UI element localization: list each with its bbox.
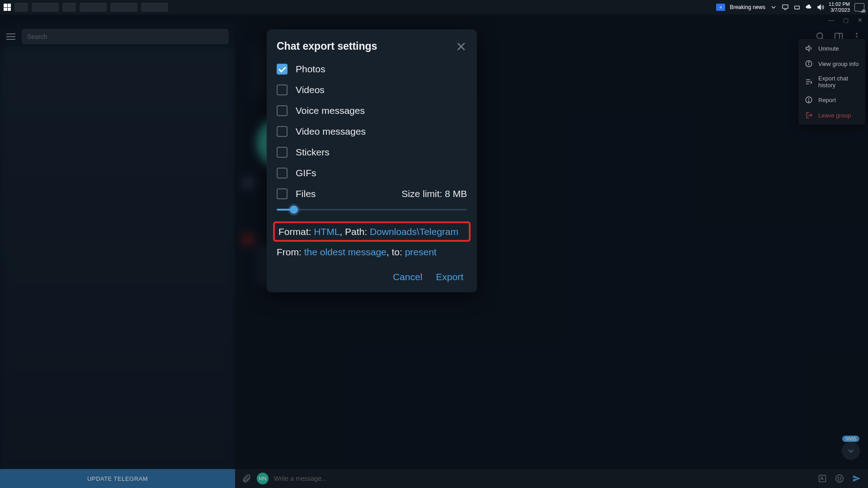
modal-title: Chat export settings bbox=[277, 40, 377, 52]
tray-volume-icon[interactable] bbox=[817, 4, 824, 11]
taskbar-app-icon[interactable] bbox=[110, 3, 137, 12]
to-link[interactable]: present bbox=[405, 247, 437, 257]
path-link[interactable]: Downloads\Telegram bbox=[370, 226, 458, 237]
export-button[interactable]: Export bbox=[436, 272, 463, 282]
checkbox-icon bbox=[277, 188, 288, 199]
checkbox-icon bbox=[277, 105, 288, 116]
close-icon[interactable] bbox=[455, 41, 467, 52]
option-label: Stickers bbox=[296, 147, 467, 158]
format-prefix: Format: bbox=[278, 226, 314, 237]
size-limit-label: Size limit: 8 MB bbox=[401, 188, 467, 199]
tray-chevron-icon[interactable] bbox=[770, 4, 777, 11]
taskbar-app-icon[interactable] bbox=[32, 3, 59, 12]
option-label: GIFs bbox=[296, 168, 467, 178]
checkbox-icon bbox=[277, 126, 288, 137]
tray-monitor-icon[interactable] bbox=[782, 4, 789, 11]
option-label: Photos bbox=[296, 64, 467, 75]
checkbox-icon bbox=[277, 84, 288, 95]
taskbar-time: 11:02 PM bbox=[829, 1, 850, 7]
taskbar-app-icon[interactable] bbox=[80, 3, 107, 12]
export-option-gifs[interactable]: GIFs bbox=[267, 163, 477, 183]
highlight-annotation: Format: HTML, Path: Downloads\Telegram bbox=[273, 221, 471, 242]
taskbar-app-icon[interactable] bbox=[62, 3, 76, 12]
tray-cloud-icon[interactable] bbox=[805, 4, 812, 11]
checkbox-icon bbox=[277, 64, 288, 75]
export-option-voice-messages[interactable]: Voice messages bbox=[267, 100, 477, 121]
option-label: Video messages bbox=[296, 126, 467, 137]
svg-rect-2 bbox=[795, 6, 800, 9]
option-label: Files bbox=[296, 188, 401, 199]
notification-badge: 10 bbox=[860, 9, 866, 13]
export-option-files[interactable]: Files Size limit: 8 MB bbox=[267, 183, 477, 204]
to-prefix: , to: bbox=[387, 247, 405, 257]
export-option-videos[interactable]: Videos bbox=[267, 80, 477, 100]
format-path-line: Format: HTML, Path: Downloads\Telegram bbox=[278, 225, 465, 238]
option-label: Voice messages bbox=[296, 105, 467, 116]
checkbox-icon bbox=[277, 168, 288, 178]
notification-center-icon[interactable]: 10 bbox=[854, 3, 864, 11]
modal-footer: Cancel Export bbox=[267, 262, 477, 285]
taskbar-clock[interactable]: 11:02 PM 3/7/2023 bbox=[829, 1, 850, 13]
svg-rect-0 bbox=[783, 5, 788, 9]
export-option-video-messages[interactable]: Video messages bbox=[267, 121, 477, 142]
taskbar-left bbox=[4, 3, 168, 12]
date-range-line: From: the oldest message, to: present bbox=[267, 243, 477, 261]
size-limit-slider[interactable] bbox=[267, 204, 477, 219]
taskbar-date: 3/7/2023 bbox=[829, 7, 850, 13]
export-option-photos[interactable]: Photos bbox=[267, 59, 477, 80]
from-prefix: From: bbox=[277, 247, 304, 257]
export-option-stickers[interactable]: Stickers bbox=[267, 142, 477, 163]
checkbox-icon bbox=[277, 147, 288, 158]
taskbar-app-icon[interactable] bbox=[14, 3, 28, 12]
format-link[interactable]: HTML bbox=[314, 226, 340, 237]
option-label: Videos bbox=[296, 84, 467, 95]
news-icon[interactable]: ≡ bbox=[716, 4, 725, 11]
svg-marker-3 bbox=[818, 5, 821, 10]
path-prefix: , Path: bbox=[340, 226, 370, 237]
chat-export-settings-modal: Chat export settings Photos Videos Voice… bbox=[267, 29, 477, 292]
taskbar-app-icon[interactable] bbox=[141, 3, 168, 12]
from-link[interactable]: the oldest message bbox=[304, 247, 387, 257]
news-label[interactable]: Breaking news bbox=[730, 4, 765, 10]
taskbar-right: ≡ Breaking news 11:02 PM 3/7/2023 10 bbox=[716, 1, 864, 13]
slider-thumb[interactable] bbox=[290, 206, 298, 214]
slider-track bbox=[277, 209, 467, 211]
modal-header: Chat export settings bbox=[267, 38, 477, 59]
windows-taskbar: ≡ Breaking news 11:02 PM 3/7/2023 10 bbox=[0, 0, 868, 14]
tray-network-icon[interactable] bbox=[793, 4, 801, 11]
windows-start-icon[interactable] bbox=[4, 4, 11, 11]
cancel-button[interactable]: Cancel bbox=[393, 272, 422, 282]
